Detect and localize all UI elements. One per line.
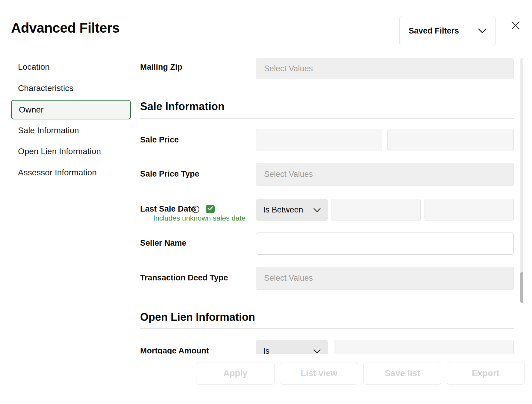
sidebar-item-characteristics[interactable]: Characteristics	[18, 83, 73, 93]
page-title: Advanced Filters	[11, 20, 120, 36]
sidebar-item-open-lien-information[interactable]: Open Lien Information	[18, 147, 101, 156]
list-view-button[interactable]: List view	[280, 362, 358, 385]
chevron-down-icon	[478, 26, 486, 36]
chevron-down-icon	[313, 205, 321, 215]
transaction-deed-type-placeholder: Select Values	[264, 274, 313, 283]
mailing-zip-label: Mailing Zip	[140, 63, 182, 72]
unknown-sales-date-checkbox[interactable]	[206, 205, 215, 213]
last-sale-date-label: Last Sale Date	[140, 204, 195, 214]
close-button[interactable]	[508, 19, 523, 33]
sale-price-label: Sale Price	[140, 135, 179, 145]
sidebar-item-owner-active[interactable]: Owner	[11, 100, 131, 119]
last-sale-date-end-input[interactable]	[425, 199, 514, 221]
sale-price-type-label: Sale Price Type	[140, 169, 199, 179]
transaction-deed-type-select[interactable]: Select Values	[256, 267, 514, 290]
checkmark-icon	[207, 206, 213, 212]
seller-name-input[interactable]	[256, 233, 514, 255]
footer-bar: Apply List view Save list Export	[0, 354, 532, 404]
seller-name-label: Seller Name	[140, 239, 187, 248]
transaction-deed-type-label: Transaction Deed Type	[140, 273, 228, 283]
sale-section-divider	[140, 118, 514, 119]
scrollbar-track[interactable]	[520, 58, 523, 303]
last-sale-date-start-input[interactable]	[331, 199, 421, 221]
last-sale-date-operator-dropdown[interactable]: Is Between	[256, 199, 328, 221]
sale-price-type-placeholder: Select Values	[264, 170, 313, 179]
last-sale-date-operator-value: Is Between	[263, 205, 303, 215]
sidebar-item-assessor-information[interactable]: Assessor Information	[18, 168, 97, 177]
sidebar-item-location[interactable]: Location	[18, 62, 50, 72]
mailing-zip-placeholder: Select Values	[264, 64, 313, 73]
lien-section-divider	[140, 328, 514, 329]
save-list-button[interactable]: Save list	[363, 362, 441, 385]
export-button[interactable]: Export	[447, 362, 525, 385]
open-lien-information-heading: Open Lien Information	[140, 311, 255, 323]
saved-filters-label: Saved Filters	[409, 26, 459, 36]
info-icon[interactable]	[192, 205, 200, 213]
apply-button[interactable]: Apply	[196, 362, 275, 385]
sale-price-type-select[interactable]: Select Values	[256, 163, 514, 186]
sale-information-heading: Sale Information	[140, 100, 225, 113]
sale-price-max-input[interactable]	[387, 129, 514, 151]
sidebar-item-owner-label: Owner	[19, 105, 43, 115]
sidebar-item-sale-information[interactable]: Sale Information	[18, 126, 79, 135]
unknown-sales-date-note: Includes unknown sales date	[153, 214, 245, 222]
close-icon	[510, 20, 521, 31]
sale-price-min-input[interactable]	[256, 129, 382, 151]
scrollbar-thumb[interactable]	[520, 272, 523, 303]
saved-filters-dropdown[interactable]: Saved Filters	[399, 16, 496, 46]
mailing-zip-select[interactable]: Select Values	[256, 58, 514, 79]
